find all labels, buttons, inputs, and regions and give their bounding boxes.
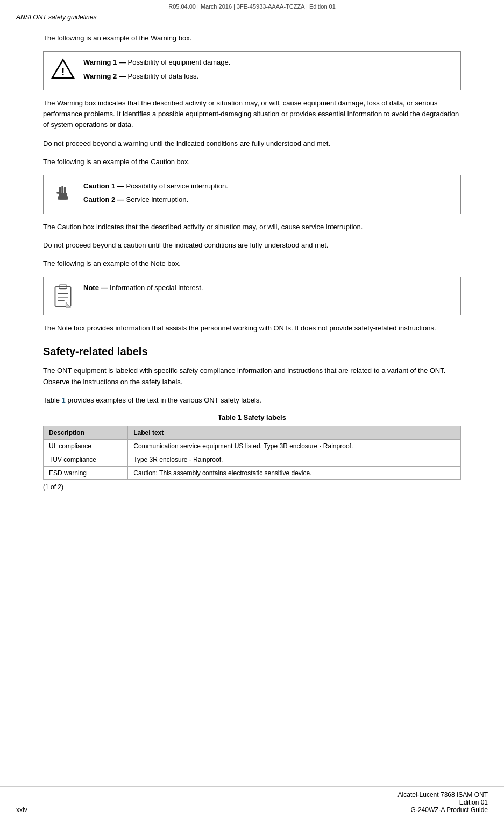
caution2-text: Service interruption. bbox=[124, 195, 188, 203]
svg-rect-4 bbox=[61, 186, 63, 194]
svg-rect-6 bbox=[56, 192, 59, 194]
note-intro-para: The following is an example of the Note … bbox=[43, 258, 461, 269]
svg-marker-13 bbox=[66, 302, 70, 307]
section-header-bar: ANSI ONT safety guidelines bbox=[0, 12, 504, 23]
table-cell-description: ESD warning bbox=[44, 466, 128, 479]
warning-line-2: Warning 2 — Possibility of data loss. bbox=[83, 71, 453, 82]
table-note: (1 of 2) bbox=[43, 483, 461, 491]
note-description-text: The Note box provides information that a… bbox=[43, 324, 436, 332]
warning1-label: Warning 1 — bbox=[83, 58, 126, 66]
caution-intro-text: The following is an example of the Cauti… bbox=[43, 158, 190, 166]
footer-right: Alcatel-Lucent 7368 ISAM ONT Edition 01 … bbox=[398, 791, 488, 814]
note-clipboard-icon bbox=[51, 284, 75, 309]
warning-intro-text: The following is an example of the Warni… bbox=[43, 34, 191, 42]
caution-text-block: Caution 1 — Possibility of service inter… bbox=[83, 181, 453, 208]
safety-table: Description Label text UL complianceComm… bbox=[43, 426, 461, 480]
warning2-text: Possibility of data loss. bbox=[126, 72, 198, 80]
table-row: TUV complianceType 3R enclosure - Rainpr… bbox=[44, 453, 461, 466]
caution1-label: Caution 1 — bbox=[83, 182, 124, 190]
caution-description-text: The Caution box indicates that the descr… bbox=[43, 223, 363, 231]
table-cell-description: UL compliance bbox=[44, 439, 128, 453]
footer-edition: Edition 01 bbox=[398, 799, 488, 806]
section-title: Safety-related labels bbox=[43, 345, 461, 358]
warning-description-text: The Warning box indicates that the descr… bbox=[43, 99, 459, 129]
svg-rect-8 bbox=[55, 287, 70, 306]
main-content: The following is an example of the Warni… bbox=[0, 23, 504, 491]
note-intro-text: The following is an example of the Note … bbox=[43, 259, 181, 267]
svg-rect-7 bbox=[58, 196, 68, 199]
table-intro-1: Table bbox=[43, 396, 62, 404]
warning-line-1: Warning 1 — Possibility of equipment dam… bbox=[83, 57, 453, 68]
note-description-para: The Note box provides information that a… bbox=[43, 323, 461, 334]
table-header-description: Description bbox=[44, 426, 128, 439]
table-intro-link[interactable]: 1 bbox=[62, 396, 66, 404]
caution-description-para: The Caution box indicates that the descr… bbox=[43, 222, 461, 232]
caution-line-1: Caution 1 — Possibility of service inter… bbox=[83, 181, 453, 192]
caution-line-2: Caution 2 — Service interruption. bbox=[83, 194, 453, 205]
table-header-label-text: Label text bbox=[128, 426, 461, 439]
note-text-block: Note — Information of special interest. bbox=[83, 283, 453, 297]
note-label: Note — bbox=[83, 284, 108, 292]
caution-intro-para: The following is an example of the Cauti… bbox=[43, 157, 461, 167]
page-footer: xxiv Alcatel-Lucent 7368 ISAM ONT Editio… bbox=[0, 786, 504, 818]
table-cell-description: TUV compliance bbox=[44, 453, 128, 466]
svg-text:!: ! bbox=[61, 66, 65, 77]
safety-description-text: The ONT equipment is labeled with specif… bbox=[43, 366, 445, 385]
table-intro-para: Table 1 provides examples of the text in… bbox=[43, 395, 461, 406]
table-row: UL complianceCommunication service equip… bbox=[44, 439, 461, 453]
safety-description-para: The ONT equipment is labeled with specif… bbox=[43, 365, 461, 387]
footer-product-guide: G-240WZ-A Product Guide bbox=[398, 806, 488, 814]
warning-description-para: The Warning box indicates that the descr… bbox=[43, 98, 461, 130]
caution1-text: Possibility of service interruption. bbox=[124, 182, 228, 190]
table-row: ESD warningCaution: This assembly contai… bbox=[44, 466, 461, 479]
footer-page-number: xxiv bbox=[16, 806, 27, 814]
section-bar-text: ANSI ONT safety guidelines bbox=[16, 13, 96, 21]
note-box: Note — Information of special interest. bbox=[43, 277, 461, 315]
footer-product-line1: Alcatel-Lucent 7368 ISAM ONT bbox=[398, 791, 488, 799]
note-text: Information of special interest. bbox=[108, 284, 203, 292]
caution-action-text: Do not proceed beyond a caution until th… bbox=[43, 241, 328, 249]
table-header-row: Description Label text bbox=[44, 426, 461, 439]
warning-text-block: Warning 1 — Possibility of equipment dam… bbox=[83, 57, 453, 84]
svg-rect-5 bbox=[64, 187, 66, 194]
table-intro-2: provides examples of the text in the var… bbox=[66, 396, 261, 404]
warning-action-text: Do not proceed beyond a warning until th… bbox=[43, 139, 330, 147]
table-cell-label-text: Caution: This assembly contains electros… bbox=[128, 466, 461, 479]
table-cell-label-text: Type 3R enclosure - Rainproof. bbox=[128, 453, 461, 466]
page-header: R05.04.00 | March 2016 | 3FE-45933-AAAA-… bbox=[0, 0, 504, 12]
header-text: R05.04.00 | March 2016 | 3FE-45933-AAAA-… bbox=[168, 3, 336, 10]
warning1-text: Possibility of equipment damage. bbox=[126, 58, 230, 66]
warning2-label: Warning 2 — bbox=[83, 72, 126, 80]
note-line-1: Note — Information of special interest. bbox=[83, 283, 453, 293]
warning-intro-para: The following is an example of the Warni… bbox=[43, 33, 461, 44]
table-title: Table 1 Safety labels bbox=[43, 413, 461, 421]
warning-box: ! Warning 1 — Possibility of equipment d… bbox=[43, 51, 461, 90]
footer-left: xxiv bbox=[16, 806, 27, 814]
table-cell-label-text: Communication service equipment US liste… bbox=[128, 439, 461, 453]
caution-hand-icon bbox=[51, 182, 75, 203]
caution-box: Caution 1 — Possibility of service inter… bbox=[43, 175, 461, 214]
caution2-label: Caution 2 — bbox=[83, 195, 124, 203]
warning-action-para: Do not proceed beyond a warning until th… bbox=[43, 138, 461, 149]
warning-triangle-icon: ! bbox=[51, 58, 75, 80]
caution-action-para: Do not proceed beyond a caution until th… bbox=[43, 240, 461, 251]
